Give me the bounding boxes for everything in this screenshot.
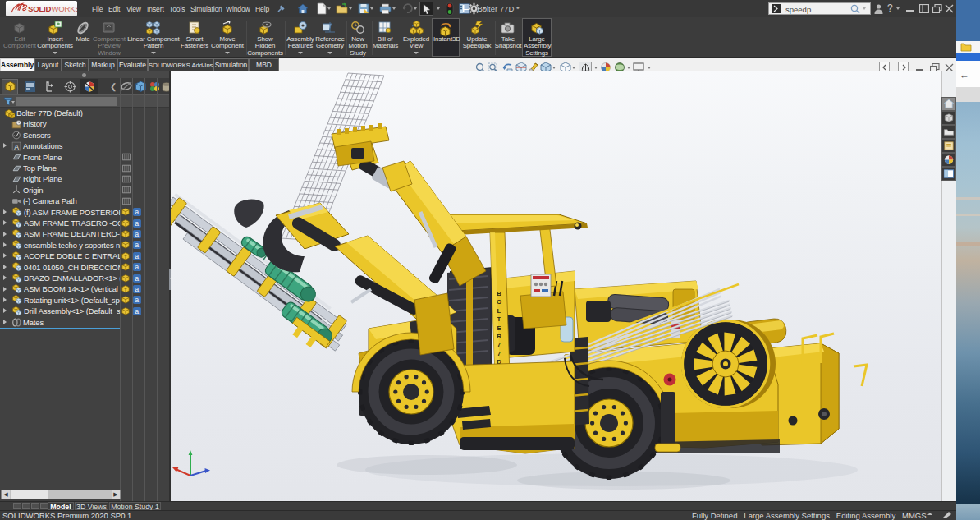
svg-text:7: 7 <box>497 350 501 357</box>
svg-text:O: O <box>497 298 501 306</box>
svg-text:E: E <box>497 324 501 332</box>
svg-text:L: L <box>497 307 501 315</box>
svg-text:T: T <box>497 315 501 323</box>
svg-text:R: R <box>497 333 501 340</box>
svg-text:B: B <box>497 290 501 297</box>
svg-text:7: 7 <box>497 341 501 348</box>
